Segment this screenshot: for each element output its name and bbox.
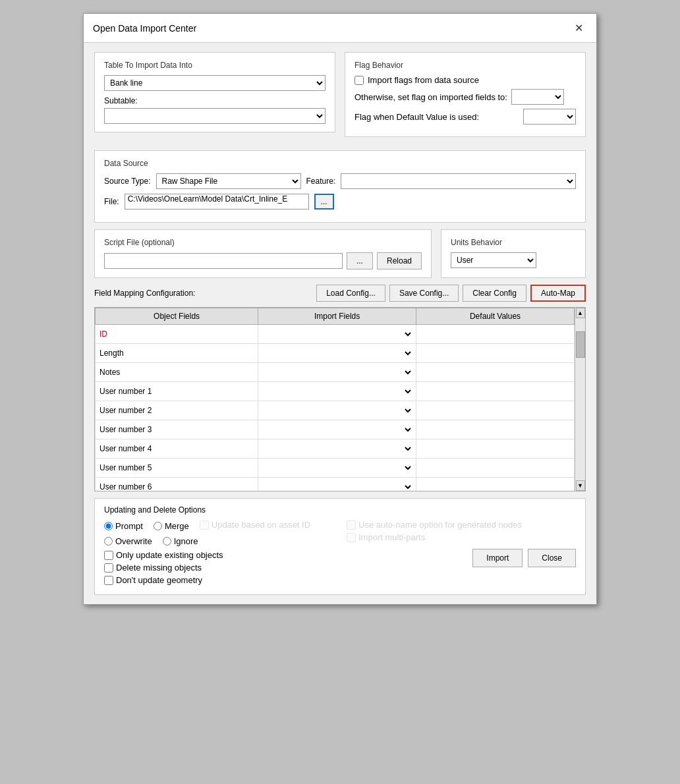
units-select[interactable]: User — [451, 252, 536, 268]
import-field-cell[interactable] — [258, 478, 416, 491]
import-field-cell[interactable] — [258, 439, 416, 459]
otherwise-row: Otherwise, set flag on imported fields t… — [354, 89, 576, 105]
subtable-select[interactable] — [104, 108, 326, 124]
import-multi-checkbox — [347, 533, 356, 542]
default-value-cell — [416, 382, 575, 401]
radio-row-top: Prompt Merge Update based on asset ID — [104, 520, 333, 532]
auto-name-checkbox — [347, 520, 356, 530]
check-options: Only update existing objects Delete miss… — [104, 550, 333, 585]
only-update-checkbox[interactable] — [104, 551, 113, 560]
merge-radio[interactable] — [154, 522, 162, 530]
action-buttons: Import Close — [347, 549, 576, 567]
table-select[interactable]: Bank line — [104, 75, 326, 91]
source-type-select[interactable]: Raw Shape File — [156, 173, 301, 189]
overwrite-radio[interactable] — [104, 537, 113, 546]
flag-label: Flag Behavior — [354, 61, 576, 70]
radio-row-bottom: Overwrite Ignore — [104, 536, 333, 546]
table-scroll-inner: Object Fields Import Fields Default Valu… — [95, 308, 575, 491]
delete-missing-label: Delete missing objects — [116, 563, 202, 573]
default-value-cell — [416, 325, 575, 344]
file-row: File: C:\Videos\OneLearn\Model Data\Crt_… — [104, 194, 576, 210]
import-flags-label: Import flags from data source — [368, 75, 479, 85]
overwrite-radio-item: Overwrite — [104, 536, 152, 546]
load-config-button[interactable]: Load Config... — [316, 285, 385, 302]
import-field-select[interactable] — [262, 365, 413, 379]
prompt-radio[interactable] — [104, 522, 113, 530]
import-field-select[interactable] — [262, 441, 413, 456]
default-flag-label: Flag when Default Value is used: — [354, 112, 479, 122]
table-row: User number 4 — [96, 439, 258, 459]
config-buttons: Load Config... Save Config... Clear Conf… — [316, 285, 586, 302]
ignore-label: Ignore — [174, 536, 198, 546]
source-type-label: Source Type: — [104, 177, 151, 186]
scroll-thumb[interactable] — [576, 331, 585, 358]
save-config-button[interactable]: Save Config... — [389, 285, 459, 302]
import-multi-label: Import multi-parts — [358, 532, 425, 542]
scroll-up-arrow[interactable]: ▲ — [576, 308, 585, 318]
import-flags-checkbox[interactable] — [354, 76, 364, 85]
table-row: Notes — [96, 363, 258, 382]
overwrite-label: Overwrite — [115, 536, 152, 546]
field-mapping-label: Field Mapping Configuration: — [94, 289, 195, 298]
file-browse-button[interactable]: ... — [314, 194, 334, 210]
merge-radio-item: Merge — [154, 521, 189, 531]
data-source-section: Data Source Source Type: Raw Shape File … — [94, 150, 586, 223]
units-row: User — [451, 252, 576, 268]
dont-update-geom-checkbox[interactable] — [104, 576, 113, 585]
dialog-body: Table To Import Data Into Bank line Subt… — [84, 43, 596, 604]
import-field-cell[interactable] — [258, 420, 416, 439]
import-field-cell[interactable] — [258, 325, 416, 344]
table-header: Object Fields Import Fields Default Valu… — [96, 308, 575, 325]
table-import-group: Table To Import Data Into Bank line Subt… — [94, 52, 335, 132]
mapping-table: Object Fields Import Fields Default Valu… — [95, 308, 575, 491]
default-value-cell — [416, 344, 575, 363]
import-button[interactable]: Import — [472, 549, 523, 567]
flag-group: Flag Behavior Import flags from data sou… — [345, 52, 586, 137]
import-field-cell[interactable] — [258, 401, 416, 420]
import-field-select[interactable] — [262, 422, 413, 437]
bottom-left: Prompt Merge Update based on asset ID — [104, 520, 333, 588]
script-input[interactable] — [104, 253, 343, 269]
import-field-cell[interactable] — [258, 459, 416, 478]
close-button[interactable]: Close — [528, 549, 576, 567]
reload-button[interactable]: Reload — [377, 252, 422, 269]
feature-select[interactable] — [341, 173, 576, 189]
bottom-right: Use auto-name option for generated nodes… — [333, 520, 576, 588]
default-flag-row: Flag when Default Value is used: — [354, 109, 576, 125]
import-field-select[interactable] — [262, 327, 413, 341]
source-type-row: Source Type: Raw Shape File Feature: — [104, 173, 576, 189]
import-field-select[interactable] — [262, 403, 413, 418]
import-field-cell[interactable] — [258, 363, 416, 382]
auto-name-item: Use auto-name option for generated nodes — [347, 520, 576, 530]
data-source-label: Data Source — [104, 159, 576, 168]
field-mapping-header: Field Mapping Configuration: Load Config… — [94, 285, 586, 302]
otherwise-select[interactable] — [511, 89, 564, 105]
units-section: Units Behavior User — [441, 229, 586, 278]
import-field-cell[interactable] — [258, 382, 416, 401]
ignore-radio[interactable] — [163, 537, 171, 546]
units-label: Units Behavior — [451, 238, 576, 247]
import-field-select[interactable] — [262, 480, 413, 491]
default-value-cell — [416, 439, 575, 459]
dialog-window: Open Data Import Center ✕ Table To Impor… — [83, 13, 597, 605]
script-browse-button[interactable]: ... — [347, 252, 373, 269]
file-label: File: — [104, 197, 119, 206]
prompt-radio-item: Prompt — [104, 521, 143, 531]
update-asset-item: Update based on asset ID — [200, 520, 310, 530]
default-value-cell — [416, 420, 575, 439]
close-icon[interactable]: ✕ — [571, 20, 587, 36]
import-field-select[interactable] — [262, 346, 413, 360]
scroll-track[interactable]: ▲ ▼ — [575, 308, 585, 491]
delete-missing-checkbox[interactable] — [104, 563, 113, 573]
import-field-select[interactable] — [262, 461, 413, 475]
import-field-cell[interactable] — [258, 344, 416, 363]
clear-config-button[interactable]: Clear Config — [463, 285, 526, 302]
script-input-row: ... Reload — [104, 252, 422, 269]
import-field-select[interactable] — [262, 384, 413, 399]
scroll-down-arrow[interactable]: ▼ — [576, 480, 585, 491]
auto-map-button[interactable]: Auto-Map — [530, 285, 586, 302]
default-flag-select[interactable] — [523, 109, 576, 125]
table-body: IDLengthNotesUser number 1User number 2U… — [96, 325, 575, 491]
bottom-row: Prompt Merge Update based on asset ID — [104, 520, 576, 588]
delete-missing-item: Delete missing objects — [104, 563, 333, 573]
